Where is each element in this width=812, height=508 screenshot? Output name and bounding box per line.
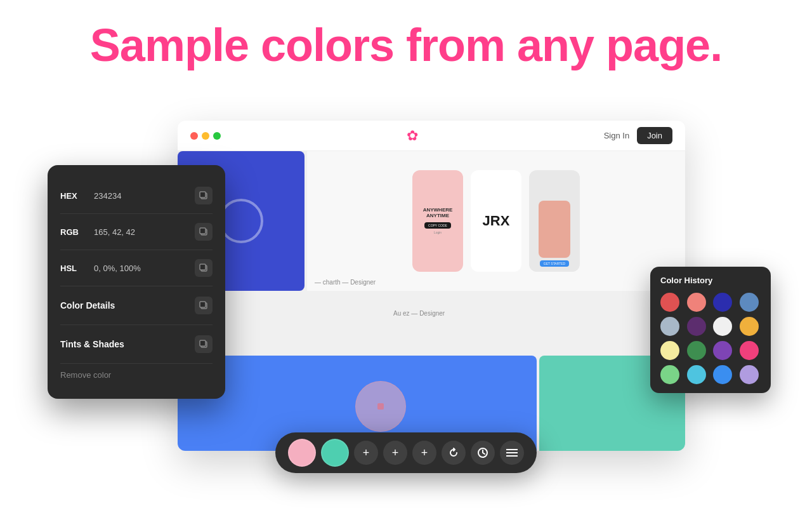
cursor-circle — [355, 381, 406, 432]
toolbar-swatch-1[interactable] — [288, 439, 316, 467]
tints-shades-row: Tints & Shades — [60, 325, 213, 364]
history-swatch-9[interactable] — [660, 341, 679, 360]
hex-value: 234234 — [89, 191, 195, 201]
toolbar-swatch-2[interactable] — [321, 439, 349, 467]
history-swatch-3[interactable] — [713, 293, 732, 312]
history-swatch-14[interactable] — [687, 365, 706, 384]
browser-content: ANYWHERE ANYTIME COPY CODE Login JRX — [178, 151, 685, 451]
svg-rect-7 — [200, 302, 206, 307]
tints-shades-label[interactable]: Tints & Shades — [60, 339, 124, 349]
dot-red — [190, 132, 198, 140]
copy-icon-details — [199, 301, 208, 310]
phone-text-1: ANYWHERE ANYTIME — [412, 208, 463, 219]
rotate-icon — [448, 447, 459, 458]
portfolio-phones: ANYWHERE ANYTIME COPY CODE Login JRX — [307, 151, 685, 291]
color-history-panel: Color History — [650, 267, 771, 393]
history-swatch-1[interactable] — [660, 293, 679, 312]
history-swatch-5[interactable] — [660, 317, 679, 336]
join-button[interactable]: Join — [637, 127, 672, 144]
clock-icon — [477, 447, 488, 458]
hsl-label: HSL — [60, 264, 89, 273]
rgb-row: RGB 165, 42, 42 — [60, 214, 213, 250]
svg-rect-5 — [200, 264, 206, 270]
menu-button[interactable] — [500, 441, 524, 465]
copy-icon-tints — [199, 340, 208, 349]
portfolio-top-row: ANYWHERE ANYTIME COPY CODE Login JRX — [178, 151, 685, 291]
phone-screen-pink: ANYWHERE ANYTIME COPY CODE Login — [412, 170, 463, 272]
add-button-1[interactable]: + — [354, 441, 378, 465]
history-swatch-15[interactable] — [713, 365, 732, 384]
history-swatch-7[interactable] — [713, 317, 732, 336]
rotate-button[interactable] — [442, 441, 466, 465]
history-grid — [660, 293, 761, 384]
browser-window: ✿ Sign In Join ANYWHERE ANYTIME COPY COD… — [178, 121, 685, 451]
remove-color-button[interactable]: Remove color — [60, 364, 213, 386]
dot-yellow — [202, 132, 209, 140]
browser-dots — [190, 132, 221, 140]
phone-screen-white: JRX — [471, 170, 521, 272]
copy-icon — [199, 191, 208, 200]
phone-jrx-text: JRX — [483, 213, 510, 229]
browser-logo: ✿ — [407, 128, 418, 144]
hero-title: Sample colors from any page. — [0, 0, 812, 72]
phone-card-3: GET STARTED — [529, 170, 580, 272]
history-swatch-11[interactable] — [713, 341, 732, 360]
history-button[interactable] — [471, 441, 495, 465]
history-swatch-16[interactable] — [740, 365, 759, 384]
sign-in-link[interactable]: Sign In — [604, 131, 629, 140]
rgb-value: 165, 42, 42 — [89, 227, 195, 237]
menu-icon — [506, 448, 518, 457]
history-swatch-4[interactable] — [740, 293, 759, 312]
bottom-toolbar: + + + — [275, 432, 537, 473]
tints-copy-button[interactable] — [195, 335, 213, 353]
phone-screen-gray: GET STARTED — [529, 170, 580, 272]
hex-row: HEX 234234 — [60, 178, 213, 214]
hsl-copy-button[interactable] — [195, 259, 213, 277]
rgb-label: RGB — [60, 227, 89, 237]
history-swatch-13[interactable] — [660, 365, 679, 384]
history-swatch-2[interactable] — [687, 293, 706, 312]
hex-label: HEX — [60, 191, 89, 201]
dot-green — [213, 132, 221, 140]
history-swatch-8[interactable] — [740, 317, 759, 336]
copy-icon-rgb — [199, 227, 208, 236]
history-swatch-12[interactable] — [740, 341, 759, 360]
copy-icon-hsl — [199, 264, 208, 272]
browser-nav: Sign In Join — [604, 127, 672, 144]
svg-rect-9 — [200, 340, 206, 346]
history-title: Color History — [660, 276, 761, 285]
add-button-3[interactable]: + — [412, 441, 436, 465]
add-button-2[interactable]: + — [383, 441, 407, 465]
phone-card-2: JRX — [471, 170, 521, 272]
designer-label-1: — charth — Designer — [315, 279, 376, 286]
svg-rect-3 — [200, 228, 206, 234]
color-details-row: Color Details — [60, 286, 213, 325]
color-picker-panel: HEX 234234 RGB 165, 42, 42 HSL 0, 0%, 10… — [48, 165, 225, 399]
hsl-value: 0, 0%, 100% — [89, 264, 195, 273]
phone-card-1: ANYWHERE ANYTIME COPY CODE Login — [412, 170, 463, 272]
color-details-copy-button[interactable] — [195, 297, 213, 314]
history-swatch-6[interactable] — [687, 317, 706, 336]
color-details-label[interactable]: Color Details — [60, 300, 115, 311]
svg-rect-1 — [200, 192, 206, 197]
designer-label-2: Au ez — Designer — [393, 310, 445, 317]
hex-copy-button[interactable] — [195, 187, 213, 204]
rgb-copy-button[interactable] — [195, 223, 213, 241]
cursor-square — [377, 403, 384, 410]
blue-circle — [219, 199, 263, 243]
browser-bar: ✿ Sign In Join — [178, 121, 685, 151]
history-swatch-10[interactable] — [687, 341, 706, 360]
hsl-row: HSL 0, 0%, 100% — [60, 250, 213, 286]
